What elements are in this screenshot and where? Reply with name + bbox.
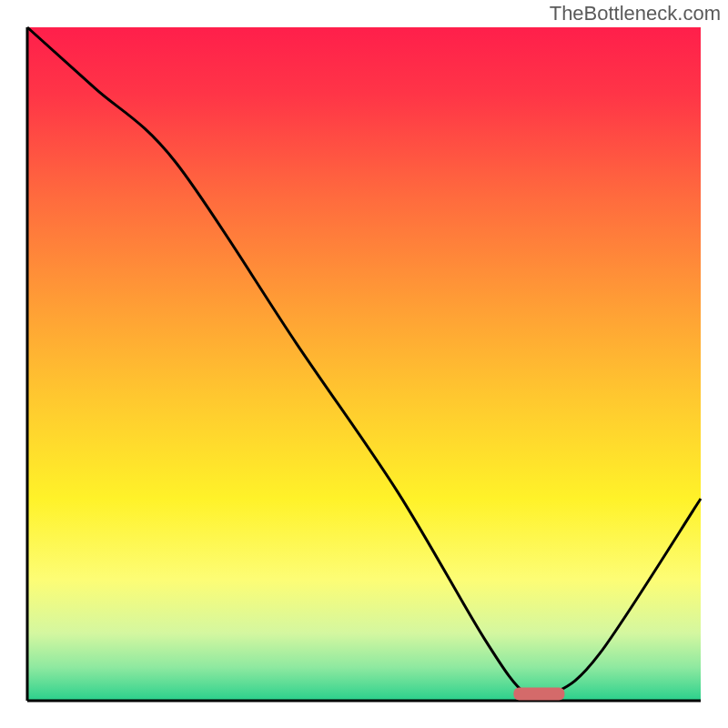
optimal-marker <box>513 688 564 701</box>
bottleneck-curve-chart <box>0 0 728 728</box>
chart-container: TheBottleneck.com <box>0 0 728 728</box>
plot-background <box>27 27 701 701</box>
